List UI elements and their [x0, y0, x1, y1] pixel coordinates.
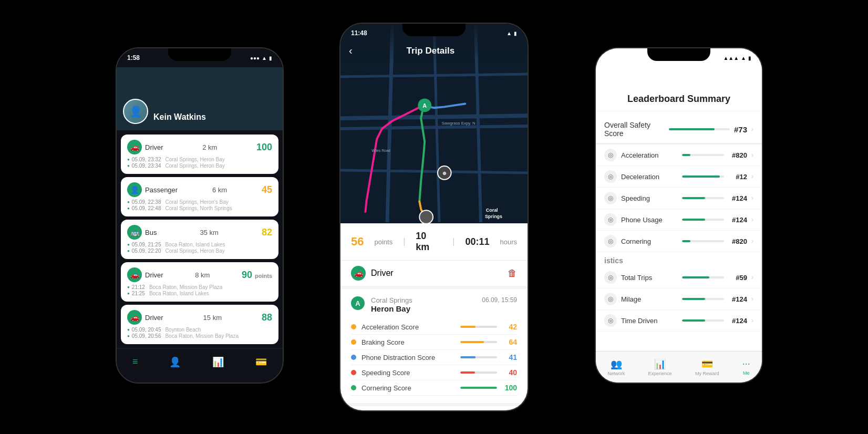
avatar: 👤 — [123, 99, 148, 124]
driver-icon: 🚗 — [127, 310, 142, 325]
nav-me[interactable]: ··· Me — [742, 358, 750, 376]
nav-rewards-icon[interactable]: 💳 — [255, 356, 267, 368]
trip-distance: 15 km — [203, 314, 222, 322]
trip-distance: 6 km — [212, 186, 227, 194]
battery-icon: ▮ — [269, 55, 272, 61]
passenger-icon: 👤 — [127, 182, 142, 197]
right-bottom-nav: 👥 Network 📊 Experience 💳 My Reward ··· M… — [596, 351, 762, 383]
map-area: Sawgrass Expy. N Wiles Road Coral Spring… — [340, 24, 528, 223]
overall-safety-label: Overall Safety Score — [604, 121, 665, 138]
time-driven-lb-item[interactable]: ◎ Time Driven #124 › — [596, 310, 762, 332]
time-driven-lb-rank: #124 — [728, 317, 747, 325]
leaderboard-content: Overall Safety Score #73 › ◎ Acceleratio… — [596, 111, 762, 336]
braking-score-row: Braking Score 64 — [351, 335, 517, 350]
speeding-bar — [460, 371, 497, 374]
signal-icon: ●●● — [250, 55, 260, 61]
trip-card-header: 🚗 Driver 15 km 88 — [127, 310, 272, 325]
mileage-lb-icon: ◎ — [604, 293, 617, 305]
trip-card[interactable]: 👤 Passenger 6 km 45 ●05.09, 22:38Coral S… — [121, 177, 278, 216]
trip-card-header: 🚗 Driver 2 km 100 — [127, 140, 272, 154]
nav-my-reward[interactable]: 💳 My Reward — [695, 358, 719, 376]
cornering-lb-bar-fill — [682, 240, 690, 242]
trip-card[interactable]: 🚗 Driver 15 km 88 ●05.09, 20:45Boynton B… — [121, 305, 278, 344]
phone-bar — [460, 356, 497, 358]
back-button[interactable]: ‹ — [349, 45, 353, 57]
speeding-lb-icon: ◎ — [604, 192, 617, 204]
nav-stats-icon[interactable]: 📊 — [212, 356, 224, 368]
phone-lb-bar-fill — [682, 219, 705, 221]
nav-experience[interactable]: 📊 Experience — [648, 358, 672, 376]
nav-network[interactable]: 👥 Network — [607, 358, 625, 376]
svg-point-16 — [419, 210, 433, 223]
nav-profile-icon[interactable]: 👤 — [169, 356, 181, 368]
center-status-icons: ▲ ▮ — [507, 30, 517, 36]
cornering-bar-fill — [460, 387, 497, 389]
trip-card[interactable]: 🚗 Driver 8 km 90 points ●21:12Boca Raton… — [121, 262, 278, 302]
phone-lb-item[interactable]: ◎ Phone Usage #124 › — [596, 209, 762, 231]
trip-mode: 👤 Passenger — [127, 182, 178, 197]
cornering-dot — [351, 385, 356, 390]
time-driven-lb-bar — [682, 319, 724, 322]
acceleration-lb-item[interactable]: ◎ Acceleration #820 › — [596, 144, 762, 166]
waypoint-a-time: 06.09, 15:59 — [482, 296, 517, 304]
network-icon: 👥 — [611, 358, 622, 370]
mode-label: Bus — [145, 229, 157, 236]
overall-safety-bar — [669, 128, 729, 130]
deceleration-lb-chevron: › — [751, 173, 753, 180]
trip-card[interactable]: 🚗 Driver 2 km 100 ●05.09, 23:32Coral Spr… — [121, 135, 278, 174]
nav-trips-icon[interactable]: ≡ — [132, 356, 138, 367]
waypoint-a-info: Coral Springs Heron Bay — [371, 296, 476, 313]
total-trips-lb-bar-wrap — [682, 276, 724, 278]
left-status-time: 1:58 — [127, 54, 140, 61]
acceleration-lb-rank: #820 — [728, 151, 747, 159]
speeding-score-value: 40 — [502, 368, 517, 377]
waypoint-a-section: A Coral Springs Heron Bay 06.09, 15:59 A… — [340, 289, 528, 403]
acceleration-bar — [460, 326, 497, 328]
time-driven-lb-bar-fill — [682, 319, 705, 322]
acceleration-score-value: 42 — [502, 323, 517, 331]
trip-duration: 00:11 — [465, 236, 489, 247]
trip-mode-label: Driver — [371, 268, 502, 278]
right-phone: ▲▲▲ ▲ ▮ Leaderboard Summary Overall Safe… — [595, 47, 763, 384]
mileage-lb-bar-wrap — [682, 298, 724, 300]
total-trips-lb-item[interactable]: ◎ Total Trips #59 › — [596, 267, 762, 288]
trip-mode-row: 🚗 Driver 🗑 — [340, 261, 528, 289]
phone-score-row: Phone Distraction Score 41 — [351, 350, 517, 365]
deceleration-lb-item[interactable]: ◎ Deceleration #12 › — [596, 166, 762, 188]
deceleration-lb-bar-wrap — [682, 175, 724, 178]
cornering-score-row: Cornering Score 100 — [351, 380, 517, 396]
cornering-lb-name: Cornering — [621, 237, 678, 245]
deceleration-lb-bar — [682, 175, 724, 178]
overall-safety-row[interactable]: Overall Safety Score #73 › — [596, 116, 762, 144]
svg-text:Coral: Coral — [486, 208, 498, 213]
cornering-lb-bar — [682, 240, 724, 242]
trip-distance: 10 km — [416, 231, 442, 253]
acceleration-bar-fill — [460, 326, 476, 328]
trip-distance: 35 km — [200, 229, 218, 236]
overall-safety-rank: #73 — [734, 125, 747, 134]
delete-button[interactable]: 🗑 — [508, 268, 517, 279]
phone-lb-icon: ◎ — [604, 213, 617, 226]
trip-locations: ●05.09, 21:25Boca Raton, Island Lakes ●0… — [127, 242, 272, 254]
speeding-lb-item[interactable]: ◎ Speeding #124 › — [596, 188, 762, 209]
cornering-lb-rank: #820 — [728, 237, 747, 245]
mode-label: Driver — [145, 271, 163, 279]
cornering-lb-item[interactable]: ◎ Cornering #820 › — [596, 231, 762, 252]
mileage-lb-item[interactable]: ◎ Milage #124 › — [596, 288, 762, 310]
overall-safety-chevron: › — [751, 126, 753, 133]
right-phone-notch — [647, 48, 710, 61]
deceleration-lb-bar-fill — [682, 175, 720, 178]
speeding-dot — [351, 370, 356, 375]
trip-points-label: points — [374, 238, 392, 246]
acceleration-dot — [351, 324, 356, 329]
total-trips-lb-chevron: › — [751, 274, 753, 281]
svg-line-1 — [340, 116, 528, 118]
trip-locations: ●21:12Boca Raton, Mission Bay Plaza ●21:… — [127, 284, 272, 296]
left-status-icons: ●●● ▲ ▮ — [250, 55, 272, 61]
center-phone: Sawgrass Expy. N Wiles Road Coral Spring… — [339, 23, 529, 411]
speeding-score-row: Speeding Score 40 — [351, 365, 517, 380]
more-icon: ··· — [742, 358, 750, 369]
deceleration-lb-rank: #12 — [728, 173, 747, 181]
trip-card[interactable]: 🚌 Bus 35 km 82 ●05.09, 21:25Boca Raton, … — [121, 220, 278, 259]
experience-icon: 📊 — [654, 358, 666, 370]
